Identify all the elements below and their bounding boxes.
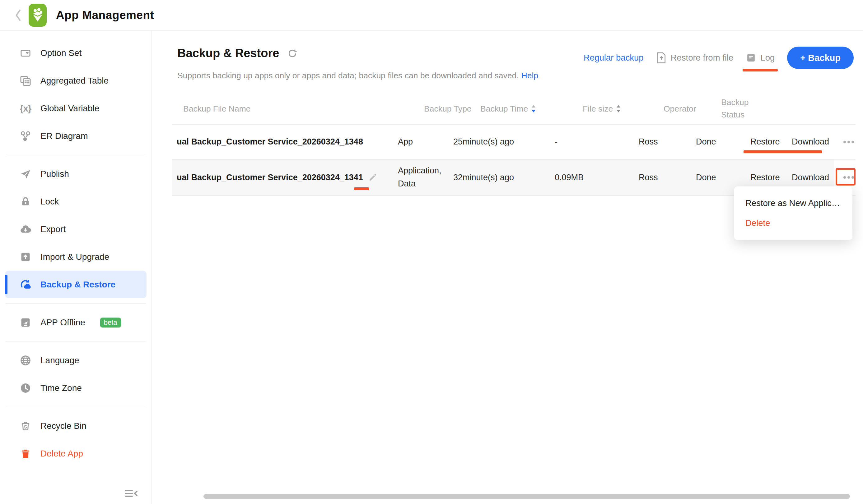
col-header-operator: Operator — [664, 93, 696, 124]
sidebar-item-option-set[interactable]: Option Set — [0, 39, 151, 67]
edit-pencil-icon[interactable] — [368, 173, 377, 182]
sort-icon[interactable] — [616, 105, 621, 113]
sidebar-item-global-variable[interactable]: {x} Global Variable — [0, 94, 151, 122]
refresh-icon[interactable] — [287, 48, 298, 59]
export-cloud-icon — [19, 223, 32, 235]
sidebar-item-import-upgrade[interactable]: Import & Upgrade — [0, 243, 151, 271]
publish-icon — [19, 168, 32, 180]
sidebar-item-label: Import & Upgrade — [40, 252, 109, 262]
app-logo-icon — [29, 4, 47, 27]
download-action[interactable]: Download — [792, 124, 829, 159]
backup-table: Backup File Name Backup Type Backup Time… — [172, 93, 855, 199]
col-header-backup-type: Backup Type — [424, 93, 472, 124]
col-header-file-size[interactable]: File size — [583, 93, 621, 124]
main-content: Backup & Restore Supports backing up app… — [152, 30, 863, 504]
sidebar-item-label: Time Zone — [40, 383, 82, 393]
cell-backup-type: Application, Data — [398, 159, 451, 195]
cell-backup-time: 25minute(s) ago — [453, 124, 514, 159]
language-globe-icon — [19, 354, 32, 367]
col-header-backup-time[interactable]: Backup Time — [480, 93, 536, 124]
menu-item-delete[interactable]: Delete — [734, 213, 852, 233]
cell-backup-type: App — [398, 124, 413, 159]
cell-operator: Ross — [639, 124, 658, 159]
page-title: Backup & Restore — [177, 47, 279, 60]
sidebar-divider — [5, 407, 146, 407]
regular-backup-link[interactable]: Regular backup — [584, 53, 644, 63]
sidebar-item-label: Recycle Bin — [40, 421, 87, 431]
horizontal-scrollbar[interactable] — [203, 494, 850, 499]
cell-file-name: ual Backup_Customer Service_20260324_134… — [177, 159, 377, 195]
backup-restore-icon — [19, 279, 32, 291]
delete-trash-icon — [19, 448, 32, 460]
col-header-backup-status: Backup Status — [721, 93, 765, 124]
help-link[interactable]: Help — [522, 71, 539, 80]
cell-backup-time: 32minute(s) ago — [453, 159, 514, 195]
sidebar-item-label: Option Set — [40, 48, 82, 58]
cell-file-size: 0.09MB — [555, 159, 584, 195]
annotation-underline-edit — [354, 188, 369, 190]
top-bar: App Management — [0, 0, 863, 31]
toolbar: Regular backup Restore from file Log + B… — [584, 47, 854, 69]
sidebar-collapse-icon[interactable] — [124, 488, 138, 499]
sidebar-item-export[interactable]: Export — [0, 215, 151, 243]
er-diagram-icon — [19, 130, 32, 142]
file-upload-icon — [656, 52, 667, 64]
app-title: App Management — [56, 9, 154, 22]
restore-from-file-button[interactable]: Restore from file — [656, 52, 734, 64]
sidebar-item-label: Lock — [40, 197, 59, 207]
cell-operator: Ross — [639, 159, 658, 195]
import-upgrade-icon — [19, 251, 32, 263]
sidebar-item-publish[interactable]: Publish — [0, 160, 151, 188]
more-actions-menu: Restore as New Applic… Delete — [734, 186, 852, 240]
more-actions-icon[interactable] — [840, 124, 858, 159]
sidebar-item-label: ER Diagram — [40, 131, 88, 141]
sidebar-item-label: APP Offline — [40, 318, 85, 327]
time-zone-clock-icon — [19, 382, 32, 394]
sidebar-divider — [5, 155, 146, 155]
cell-backup-status: Done — [696, 159, 716, 195]
sidebar-item-label: Publish — [40, 169, 69, 179]
sidebar-item-recycle-bin[interactable]: Recycle Bin — [0, 412, 151, 440]
cell-backup-status: Done — [696, 124, 716, 159]
cell-file-name: ual Backup_Customer Service_20260324_134… — [177, 124, 363, 159]
back-chevron-icon[interactable] — [14, 8, 23, 22]
sidebar-item-label: Aggregated Table — [40, 76, 109, 86]
sidebar-item-delete-app[interactable]: Delete App — [0, 440, 151, 467]
menu-item-restore-as-new[interactable]: Restore as New Applic… — [734, 193, 852, 213]
sidebar-item-time-zone[interactable]: Time Zone — [0, 374, 151, 402]
sidebar-divider — [5, 303, 146, 303]
beta-badge: beta — [100, 318, 121, 327]
cell-file-size: - — [555, 124, 558, 159]
sidebar-item-backup-restore[interactable]: Backup & Restore — [5, 271, 147, 298]
annotation-box-more-actions — [836, 168, 855, 185]
sidebar-item-label: Language — [40, 356, 79, 365]
sidebar-divider — [5, 341, 146, 341]
sidebar-item-label: Global Variable — [40, 103, 99, 113]
annotation-underline-actions — [743, 151, 822, 153]
sidebar-item-label: Backup & Restore — [40, 280, 115, 289]
option-set-icon — [19, 47, 32, 59]
sidebar-item-app-offline[interactable]: APP Offline beta — [0, 309, 151, 336]
log-tab[interactable]: Log — [746, 52, 775, 63]
col-header-file-name: Backup File Name — [183, 93, 251, 124]
sidebar: Option Set Aggregated Table {x} Global V… — [0, 30, 152, 504]
restore-action[interactable]: Restore — [750, 124, 780, 159]
recycle-bin-icon — [19, 420, 32, 432]
aggregated-table-icon — [19, 75, 32, 87]
sidebar-item-er-diagram[interactable]: ER Diagram — [0, 122, 151, 150]
sidebar-item-language[interactable]: Language — [0, 347, 151, 374]
sidebar-item-label: Delete App — [40, 449, 83, 458]
sidebar-item-aggregated-table[interactable]: Aggregated Table — [0, 67, 151, 94]
page-subtitle: Supports backing up apps only or apps an… — [177, 71, 538, 80]
sort-icon[interactable] — [531, 105, 536, 113]
log-icon — [746, 52, 756, 63]
sidebar-item-label: Export — [40, 224, 66, 234]
global-variable-icon: {x} — [19, 102, 32, 115]
app-offline-icon — [19, 316, 32, 329]
lock-icon — [19, 195, 32, 208]
sidebar-item-lock[interactable]: Lock — [0, 188, 151, 215]
backup-button[interactable]: + Backup — [787, 47, 854, 69]
